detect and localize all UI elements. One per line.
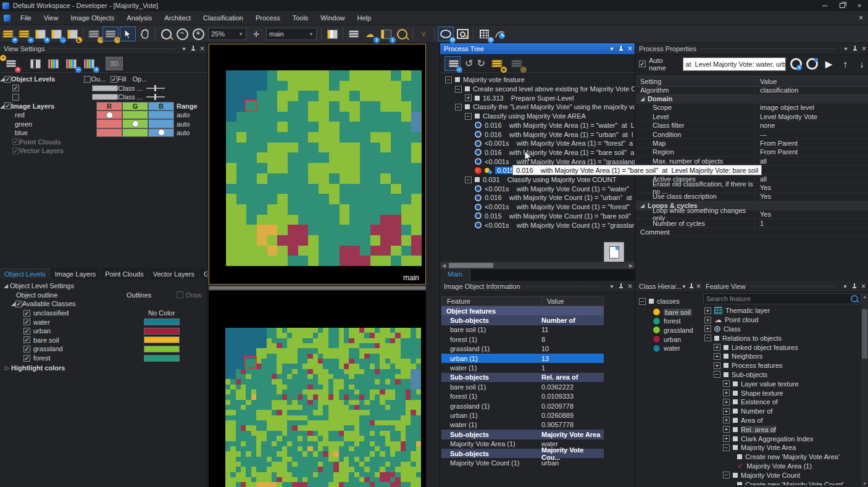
ioi-row[interactable]: grassland (1)10 bbox=[441, 344, 604, 354]
process-tree-item[interactable]: −Classify using Majority Vote AREA bbox=[465, 112, 586, 121]
layer-assignment-dot[interactable] bbox=[132, 120, 139, 127]
tree-row[interactable]: ▷ Hightlight colors bbox=[0, 363, 207, 372]
scroll-right-icon[interactable]: ▶ bbox=[627, 263, 635, 268]
pp-row[interactable]: Number of cycles1 bbox=[635, 219, 868, 228]
process-tree-item[interactable]: 0.016 with Majority Vote Area (1) = "wat… bbox=[475, 121, 635, 130]
class-checkbox[interactable]: ✓ bbox=[23, 355, 30, 362]
opacity-slider[interactable] bbox=[146, 85, 165, 91]
minimize-button[interactable] bbox=[816, 0, 833, 11]
algorithm-add-icon[interactable]: + bbox=[789, 57, 803, 71]
grid-settings-icon[interactable]: ⚙ bbox=[477, 27, 491, 41]
show-classification-icon[interactable] bbox=[394, 27, 409, 41]
stack-disabled-icon[interactable]: ◌ bbox=[509, 57, 524, 70]
tree-row[interactable]: ◢✓Image LayersRGBRange bbox=[0, 102, 207, 110]
rgb-layer-view-icon[interactable] bbox=[45, 57, 61, 70]
algorithm-settings-icon[interactable] bbox=[806, 57, 819, 71]
pp-row[interactable]: Algorithmclassification bbox=[635, 86, 868, 94]
magnifier-window-icon[interactable] bbox=[455, 27, 470, 41]
tree-row[interactable]: redauto bbox=[0, 110, 222, 119]
process-tree-item[interactable]: <0.001s with Majority Vote Area (1) = "f… bbox=[475, 139, 633, 148]
column-header-value[interactable]: Value bbox=[542, 297, 564, 306]
process-tree-item[interactable]: 0.016 with Majority Vote Area (1) = "urb… bbox=[475, 130, 633, 139]
tree-row[interactable]: ✓urban bbox=[0, 327, 207, 336]
pp-row[interactable]: Class filternone bbox=[635, 122, 868, 130]
pp-row[interactable]: MapFrom Parent bbox=[635, 139, 868, 148]
pp-row[interactable]: RegionFrom Parent bbox=[635, 148, 868, 157]
checkbox[interactable]: ✓ bbox=[4, 76, 11, 83]
collapse-icon[interactable]: − bbox=[465, 177, 472, 183]
remove-view-icon[interactable]: − bbox=[63, 57, 79, 70]
process-tree-item[interactable]: +16.313 Prepare Super-Level bbox=[465, 93, 574, 102]
add-view-icon[interactable]: + bbox=[81, 57, 97, 70]
class-legend-icon[interactable]: i bbox=[378, 27, 393, 41]
navigate-icon[interactable]: ✛ bbox=[249, 27, 264, 41]
tree-row[interactable]: ✓Point Clouds bbox=[0, 138, 219, 146]
column-header-setting[interactable]: Setting bbox=[635, 77, 755, 86]
menu-item-tools[interactable]: Tools bbox=[286, 11, 315, 25]
class-color-swatch[interactable] bbox=[144, 355, 180, 362]
process-tree-item[interactable]: −Majority vote feature bbox=[445, 75, 525, 85]
ioi-row[interactable]: bare soil (1)11 bbox=[441, 325, 604, 335]
feature-view-item[interactable]: +Area of bbox=[723, 416, 762, 425]
column-header-feature[interactable]: Feature bbox=[442, 297, 542, 306]
feature-view-item[interactable]: −Sub-objects bbox=[714, 370, 767, 380]
zoom-in-icon[interactable]: + bbox=[191, 27, 206, 41]
pp-row[interactable]: Loop while something changes onlyYes bbox=[635, 210, 868, 219]
feature-view-item[interactable]: +Number of bbox=[723, 407, 772, 416]
layer-assignment-dot[interactable] bbox=[158, 129, 165, 136]
expand-icon[interactable]: + bbox=[723, 389, 730, 396]
menu-item-view[interactable]: View bbox=[38, 11, 65, 25]
move-up-icon[interactable]: ↑ bbox=[838, 57, 852, 71]
horizontal-scrollbar[interactable]: ◀ ▶ bbox=[440, 262, 635, 269]
execute-icon[interactable]: ▶ bbox=[822, 57, 836, 71]
ioi-row[interactable]: urban (1)13 bbox=[441, 354, 604, 363]
viewport-splitter[interactable] bbox=[209, 286, 426, 290]
feature-view-item[interactable]: +☁Point cloud bbox=[704, 315, 758, 325]
collapse-icon[interactable]: − bbox=[723, 472, 730, 478]
menu-item-window[interactable]: Window bbox=[314, 11, 351, 25]
class-item[interactable]: forest bbox=[653, 317, 681, 325]
process-tree-item[interactable]: <0.001s with Majority Vote Count (1) = "… bbox=[475, 202, 630, 212]
select-cursor-icon[interactable] bbox=[120, 27, 136, 41]
save-ruleset-icon[interactable]: ▪ bbox=[444, 56, 461, 71]
layer-assignment-dot[interactable] bbox=[106, 112, 113, 119]
matrix-cell[interactable] bbox=[96, 119, 122, 128]
class-checkbox[interactable]: ✓ bbox=[23, 318, 30, 325]
add-scene-icon[interactable]: + bbox=[33, 27, 48, 41]
close-panel-icon[interactable]: × bbox=[200, 46, 204, 52]
menu-item-architect[interactable]: Architect bbox=[158, 11, 197, 25]
tree-row[interactable]: blueauto bbox=[0, 128, 222, 137]
expand-icon[interactable]: + bbox=[723, 426, 730, 433]
collapse-icon[interactable]: − bbox=[455, 104, 462, 110]
column-header-value[interactable]: Value bbox=[755, 77, 777, 86]
ioi-row[interactable]: Sub-objectsNumber of bbox=[441, 315, 604, 325]
expand-icon[interactable]: + bbox=[714, 353, 720, 360]
expand-icon[interactable]: + bbox=[714, 344, 720, 351]
pin-icon[interactable] bbox=[689, 283, 694, 289]
tree-row[interactable]: ◢✓Available Classes bbox=[0, 299, 207, 309]
tab-vector-layers[interactable]: Vector Layers bbox=[149, 269, 199, 279]
pp-row[interactable]: Erase old classification, if there is no… bbox=[635, 183, 868, 192]
expand-icon[interactable]: + bbox=[723, 417, 730, 423]
expanded-triangle-icon[interactable]: ◢ bbox=[640, 202, 645, 209]
expand-icon[interactable]: + bbox=[704, 307, 711, 314]
matrix-cell[interactable] bbox=[148, 119, 174, 128]
matrix-cell[interactable] bbox=[96, 128, 122, 137]
auto-name-checkbox[interactable]: ✓ bbox=[639, 60, 646, 67]
class-color-swatch[interactable] bbox=[144, 336, 180, 343]
class-color-swatch[interactable] bbox=[144, 328, 180, 335]
tree-row[interactable]: ✓unclassifiedNo Color bbox=[0, 309, 207, 318]
matrix-cell[interactable] bbox=[122, 119, 148, 128]
ioi-row[interactable]: urban (1)0.0260889 bbox=[441, 410, 604, 420]
open-scene-icon[interactable]: ◣ bbox=[65, 27, 80, 41]
class-checkbox[interactable]: ✓ bbox=[23, 336, 30, 343]
vertical-scrollbar[interactable]: ▲ ▼ bbox=[861, 293, 868, 487]
ioi-row[interactable]: forest (1)8 bbox=[441, 335, 604, 344]
tree-row[interactable]: Object outlineOutlinesDraw bbox=[0, 291, 207, 300]
expanded-triangle-icon[interactable]: ◢ bbox=[640, 96, 645, 102]
process-tree-item[interactable]: <0.001s with Majority Vote Count (1) = "… bbox=[475, 184, 629, 193]
tree-row[interactable]: Class ... bbox=[0, 93, 219, 101]
close-document-icon[interactable]: × bbox=[859, 14, 863, 22]
class-checkbox[interactable]: ✓ bbox=[23, 310, 30, 317]
scrollbar-thumb[interactable] bbox=[862, 309, 867, 359]
